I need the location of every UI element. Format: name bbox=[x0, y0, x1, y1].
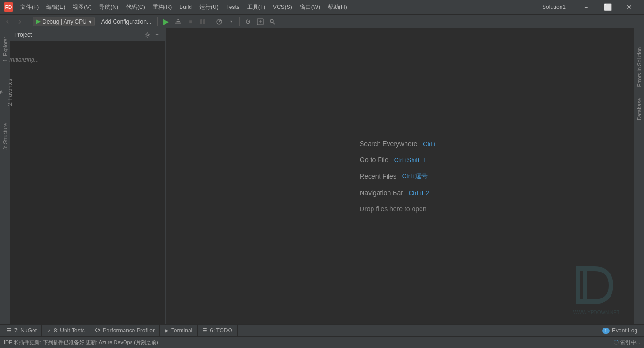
menu-help[interactable]: 帮助(H) bbox=[324, 2, 350, 13]
svg-rect-3 bbox=[177, 19, 179, 20]
profiler-button[interactable] bbox=[214, 16, 225, 27]
status-bar: IDE 和插件更新: 下列插件已准备好 更新: Azure DevOps (片刻… bbox=[0, 336, 644, 348]
structure-panel-tab[interactable]: 3: Structure bbox=[0, 119, 10, 154]
tab-todo[interactable]: ☰ 6: TODO bbox=[198, 325, 238, 336]
hint-shortcut-gotofile: Ctrl+Shift+T bbox=[394, 157, 427, 164]
hint-shortcut-search: Ctrl+T bbox=[423, 141, 440, 148]
close-button[interactable]: ✕ bbox=[619, 0, 640, 14]
tab-todo-label: 6: TODO bbox=[210, 327, 232, 334]
menu-run[interactable]: 运行(U) bbox=[196, 2, 222, 13]
debug-config-dropdown[interactable]: Debug | Any CPU ▾ bbox=[33, 17, 95, 26]
debug-config-arrow: ▾ bbox=[89, 18, 91, 25]
menu-refactor[interactable]: 重构(R) bbox=[149, 2, 175, 13]
toolbar-separator-4 bbox=[239, 17, 240, 26]
menu-build[interactable]: Build bbox=[176, 2, 195, 12]
run-button[interactable]: ▶ bbox=[160, 16, 172, 27]
reload-button[interactable] bbox=[242, 16, 254, 27]
project-panel-content: Initializing... bbox=[10, 41, 165, 324]
hint-label-gotofile: Go to File bbox=[360, 156, 388, 164]
hint-drop-files: Drop files here to open bbox=[360, 205, 440, 213]
pause-button[interactable] bbox=[197, 16, 208, 27]
menu-view[interactable]: 视图(V) bbox=[69, 2, 95, 13]
menu-file[interactable]: 文件(F) bbox=[17, 2, 42, 13]
hint-label-search: Search Everywhere bbox=[360, 140, 417, 148]
svg-point-10 bbox=[147, 34, 149, 36]
title-bar: RD 文件(F) 编辑(E) 视图(V) 导航(N) 代码(C) 重构(R) B… bbox=[0, 0, 644, 14]
stop-button[interactable]: ■ bbox=[185, 16, 196, 27]
index-label: 索引中... bbox=[620, 339, 640, 346]
errors-in-solution-tab[interactable]: Errors in Solution bbox=[635, 42, 644, 91]
left-tool-strip: 1: Explorer ★ 2: Favorites 3: Structure bbox=[0, 28, 10, 324]
svg-point-8 bbox=[270, 19, 273, 23]
svg-rect-1 bbox=[175, 22, 181, 23]
tab-unit-tests[interactable]: ✓ 8: Unit Tests bbox=[42, 325, 90, 336]
event-log-count: 1 bbox=[602, 328, 610, 334]
window-controls: − ⬜ ✕ bbox=[575, 0, 640, 14]
tab-nuget[interactable]: ☰ 7: NuGet bbox=[2, 325, 42, 336]
menu-tools[interactable]: 工具(T) bbox=[244, 2, 269, 13]
forward-button[interactable] bbox=[14, 16, 25, 27]
menu-edit[interactable]: 编辑(E) bbox=[43, 2, 68, 13]
svg-line-9 bbox=[273, 22, 275, 24]
main-content: 1: Explorer ★ 2: Favorites 3: Structure … bbox=[0, 28, 644, 324]
toolbar-separator-3 bbox=[211, 17, 211, 26]
toolbar: Debug | Any CPU ▾ Add Configuration... ▶… bbox=[0, 14, 644, 28]
initializing-text: Initializing... bbox=[9, 57, 39, 63]
event-log-button[interactable]: 1 Event Log bbox=[597, 326, 642, 335]
terminal-icon: ▶ bbox=[165, 327, 169, 334]
svg-rect-4 bbox=[200, 19, 202, 24]
menu-vcs[interactable]: VCS(S) bbox=[270, 2, 296, 12]
tab-terminal-label: Terminal bbox=[171, 327, 192, 334]
database-tab[interactable]: Database bbox=[635, 93, 644, 125]
status-update-text: IDE 和插件更新: 下列插件已准备好 更新: Azure DevOps (片刻… bbox=[4, 339, 158, 346]
back-button[interactable] bbox=[2, 16, 13, 27]
menu-code[interactable]: 代码(C) bbox=[123, 2, 149, 13]
maximize-button[interactable]: ⬜ bbox=[597, 0, 619, 14]
tab-performance-profiler[interactable]: Performance Profiler bbox=[90, 325, 160, 336]
bottom-tabs: ☰ 7: NuGet ✓ 8: Unit Tests Performance P… bbox=[0, 324, 644, 336]
favorites-panel-tab[interactable]: ★ 2: Favorites bbox=[0, 75, 15, 109]
tab-unit-tests-label: 8: Unit Tests bbox=[54, 327, 85, 334]
index-status[interactable]: 索引中... bbox=[614, 339, 640, 346]
tab-nuget-label: 7: NuGet bbox=[14, 327, 37, 334]
hint-label-recent: Recent Files bbox=[360, 173, 396, 180]
watermark: WWW.YPDOWN.NET bbox=[573, 264, 619, 315]
build-button[interactable] bbox=[173, 16, 184, 27]
event-log-label: Event Log bbox=[612, 327, 637, 334]
status-right: 索引中... bbox=[614, 339, 640, 346]
nuget-icon: ☰ bbox=[7, 327, 12, 334]
search-button[interactable] bbox=[267, 16, 278, 27]
project-panel: Project − Initializing... bbox=[10, 28, 166, 324]
menu-window[interactable]: 窗口(W) bbox=[297, 2, 323, 13]
hint-shortcut-navbar: Ctrl+F2 bbox=[409, 190, 429, 197]
status-left: IDE 和插件更新: 下列插件已准备好 更新: Azure DevOps (片刻… bbox=[4, 339, 610, 346]
tab-terminal[interactable]: ▶ Terminal bbox=[160, 325, 198, 336]
profiler-dropdown-button[interactable]: ▾ bbox=[226, 16, 237, 27]
toolbar-separator-2 bbox=[157, 17, 158, 26]
indexing-spinner bbox=[614, 340, 619, 345]
menu-tests[interactable]: Tests bbox=[223, 2, 243, 12]
profiler-tab-icon bbox=[95, 327, 100, 334]
minimize-button[interactable]: − bbox=[575, 0, 597, 14]
add-configuration-button[interactable]: Add Configuration... bbox=[98, 17, 155, 26]
hint-go-to-file: Go to File Ctrl+Shift+T bbox=[360, 156, 440, 164]
project-settings-button[interactable] bbox=[143, 30, 152, 40]
unit-tests-icon: ✓ bbox=[47, 327, 51, 334]
solution-title: Solution1 bbox=[533, 4, 575, 10]
project-minimize-button[interactable]: − bbox=[152, 30, 162, 40]
hint-recent-files: Recent Files Ctrl+逗号 bbox=[360, 172, 440, 181]
app-icon: RD bbox=[4, 2, 13, 12]
expand-button[interactable] bbox=[255, 16, 266, 27]
center-hints: Search Everywhere Ctrl+T Go to File Ctrl… bbox=[360, 140, 440, 213]
watermark-text: WWW.YPDOWN.NET bbox=[573, 310, 619, 315]
menu-bar: 文件(F) 编辑(E) 视图(V) 导航(N) 代码(C) 重构(R) Buil… bbox=[17, 2, 533, 13]
svg-rect-2 bbox=[176, 21, 180, 22]
project-panel-header: Project − bbox=[10, 28, 165, 41]
hint-label-drop: Drop files here to open bbox=[360, 205, 427, 213]
todo-icon: ☰ bbox=[202, 327, 207, 334]
explorer-panel-tab[interactable]: 1: Explorer bbox=[0, 33, 10, 66]
right-sidebar: Errors in Solution Database bbox=[634, 28, 644, 324]
menu-navigate[interactable]: 导航(N) bbox=[96, 2, 122, 13]
svg-rect-5 bbox=[203, 19, 205, 24]
hint-shortcut-recent: Ctrl+逗号 bbox=[402, 172, 428, 181]
